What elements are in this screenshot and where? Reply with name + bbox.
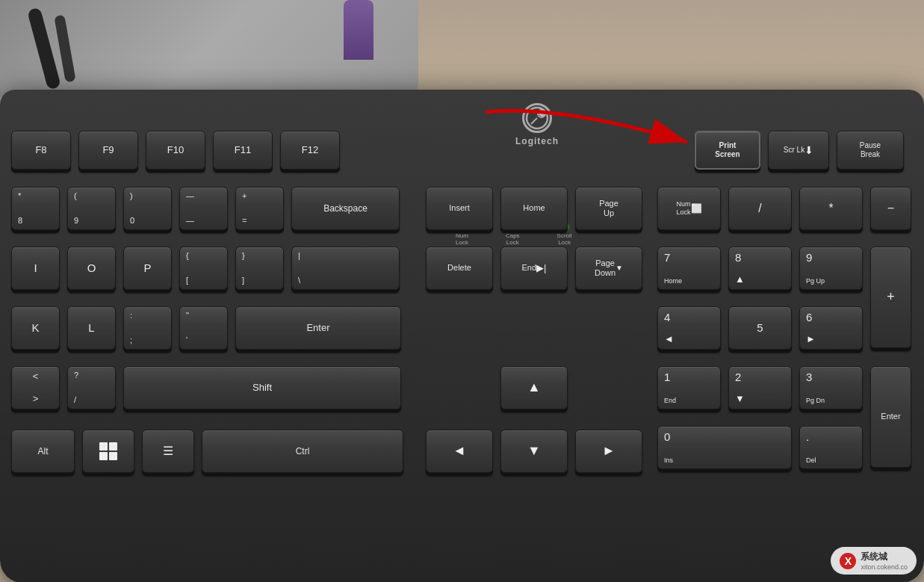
key-i[interactable]: I [11, 247, 60, 290]
key-semicolon[interactable]: :; [123, 306, 172, 350]
key-o[interactable]: O [67, 247, 116, 290]
key-bracket-open[interactable]: {[ [179, 247, 228, 290]
key-numpad-plus[interactable]: + [870, 247, 911, 348]
logitech-logo-icon [522, 103, 552, 133]
key-f12[interactable]: F12 [280, 131, 340, 170]
key-plus-equals[interactable]: += [235, 187, 284, 230]
scrolllock-led-label: ScrollLock [557, 232, 572, 246]
key-numpad-star[interactable]: * [799, 187, 863, 230]
svg-point-1 [538, 110, 545, 117]
key-scroll-lock[interactable]: Scr Lk⬇ [768, 131, 829, 170]
key-arrow-left[interactable]: ◄ [426, 430, 493, 473]
key-page-up[interactable]: PageUp [575, 187, 642, 230]
key-win[interactable] [82, 430, 134, 473]
key-end[interactable]: End▶| [500, 247, 568, 290]
watermark: X 系统城 xiton.cokend.co [831, 547, 917, 575]
key-numpad-1[interactable]: 1End [657, 366, 721, 409]
svg-rect-5 [109, 452, 117, 460]
key-f11[interactable]: F11 [213, 131, 273, 170]
desk-surface-top [0, 0, 418, 97]
capslock-led-label: CapsLock [506, 232, 520, 246]
key-print-screen[interactable]: PrintScreen [695, 131, 760, 170]
key-slash[interactable]: ?/ [67, 366, 116, 409]
key-arrow-right[interactable]: ► [575, 430, 642, 473]
key-less-than[interactable]: <> [11, 366, 60, 409]
key-star-8[interactable]: *8 [11, 187, 60, 230]
logitech-logo: Logitech [515, 103, 559, 146]
key-numpad-5[interactable]: 5 [728, 306, 792, 350]
key-menu[interactable]: ☰ [142, 430, 194, 473]
key-p[interactable]: P [123, 247, 172, 290]
cable-purple [344, 0, 373, 60]
key-arrow-down[interactable]: ▼ [500, 430, 568, 473]
watermark-icon-text: X [845, 555, 852, 567]
key-quote[interactable]: "' [179, 306, 228, 350]
key-backslash[interactable]: |\ [291, 247, 400, 290]
key-f10[interactable]: F10 [146, 131, 205, 170]
key-numlock[interactable]: NumLock⬜ [657, 187, 721, 230]
key-delete[interactable]: Delete [426, 247, 493, 290]
key-numpad-slash[interactable]: / [728, 187, 792, 230]
key-numpad-enter[interactable]: Enter [870, 366, 911, 468]
svg-rect-2 [99, 442, 108, 451]
key-numpad-7[interactable]: 7Home [657, 247, 721, 290]
watermark-icon: X [840, 553, 856, 569]
watermark-text: 系统城 xiton.cokend.co [861, 551, 908, 571]
key-numpad-dot[interactable]: .Del [799, 426, 863, 469]
key-insert[interactable]: Insert [426, 187, 493, 230]
key-alt-left[interactable]: Alt [11, 430, 75, 473]
key-arrow-up[interactable]: ▲ [500, 366, 568, 409]
key-numpad-2[interactable]: 2▼ [728, 366, 792, 409]
key-enter[interactable]: Enter [235, 306, 401, 350]
key-numpad-6[interactable]: 6► [799, 306, 863, 350]
key-numpad-8[interactable]: 8▲ [728, 247, 792, 290]
key-numpad-9[interactable]: 9Pg Up [799, 247, 863, 290]
key-dash[interactable]: —— [179, 187, 228, 230]
key-bracket-close[interactable]: }] [235, 247, 284, 290]
key-page-down[interactable]: PageDown▼ [575, 247, 642, 290]
key-backspace[interactable]: Backspace [291, 187, 400, 230]
key-numpad-3[interactable]: 3Pg Dn [799, 366, 863, 409]
key-paren-0[interactable]: )0 [123, 187, 172, 230]
key-numpad-4[interactable]: 4◄ [657, 306, 721, 350]
key-k[interactable]: K [11, 306, 60, 350]
key-pause-break[interactable]: PauseBreak [837, 131, 904, 170]
logitech-brand-text: Logitech [515, 136, 559, 146]
svg-rect-3 [109, 442, 117, 451]
keyboard-body: Logitech NumLock CapsLock ScrollLock F8 … [0, 90, 924, 582]
key-ctrl-right[interactable]: Ctrl [202, 430, 403, 473]
svg-rect-4 [99, 452, 108, 460]
key-numpad-minus[interactable]: − [870, 187, 911, 230]
key-l[interactable]: L [67, 306, 116, 350]
key-f9[interactable]: F9 [78, 131, 138, 170]
key-home[interactable]: Home [500, 187, 568, 230]
numlock-led-label: NumLock [456, 232, 468, 246]
key-numpad-0[interactable]: 0Ins [657, 426, 792, 469]
key-paren-9[interactable]: (9 [67, 187, 116, 230]
key-shift-right[interactable]: Shift [123, 366, 401, 409]
key-f8[interactable]: F8 [11, 131, 71, 170]
